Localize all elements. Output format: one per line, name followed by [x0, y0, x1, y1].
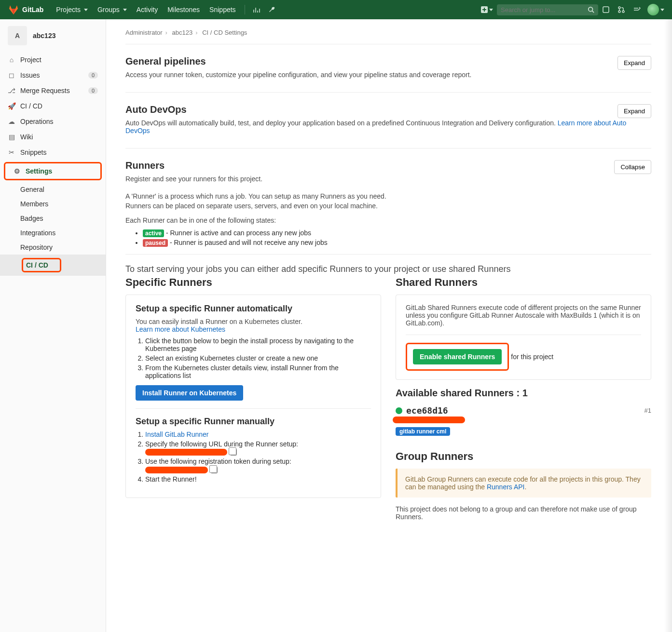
svg-point-1 [589, 7, 593, 12]
shared-heading: Shared Runners [396, 276, 651, 289]
issues-icon: ◻ [8, 71, 15, 79]
sidebar-item-issues[interactable]: ◻Issues0 [0, 67, 106, 83]
section-desc: Register and see your runners for this p… [125, 175, 651, 183]
section-general-pipelines: Expand General pipelines Access your run… [125, 56, 651, 93]
chevron-down-icon [123, 9, 127, 11]
todos-icon[interactable] [629, 6, 645, 13]
sidebar-project-header[interactable]: A abc123 [0, 19, 106, 52]
sidebar-item-project[interactable]: ⌂Project [0, 52, 106, 67]
runner-row: ece68d16 #1 [396, 405, 651, 416]
available-title: Available shared Runners : 1 [396, 388, 651, 399]
manual-title: Setup a specific Runner manually [136, 417, 371, 427]
section-desc: Access your runner token, customize your… [125, 71, 651, 79]
nav-milestones[interactable]: Milestones [163, 6, 205, 13]
section-auto-devops: Expand Auto DevOps Auto DevOps will auto… [125, 104, 651, 148]
gitlab-logo[interactable]: GitLab [8, 4, 43, 15]
auto-title: Setup a specific Runner automatically [136, 304, 371, 314]
active-badge: active [143, 229, 164, 237]
chevron-down-icon [660, 9, 664, 11]
cloud-icon: ☁ [8, 118, 15, 125]
svg-point-4 [618, 11, 620, 13]
auto-steps: Click the button below to begin the inst… [145, 337, 371, 379]
submenu-repository[interactable]: Repository [20, 240, 106, 255]
svg-point-5 [622, 11, 624, 13]
status-dot-icon [396, 407, 402, 414]
runners-api-link[interactable]: Runners API [487, 483, 525, 491]
expand-general-button[interactable]: Expand [617, 56, 651, 70]
enable-shared-button[interactable]: Enable shared Runners [413, 349, 502, 364]
redacted-runner-name [393, 417, 465, 423]
main-content: Administrator› abc123› CI / CD Settings … [106, 19, 671, 632]
runner-hash[interactable]: ece68d16 [406, 405, 448, 416]
sidebar-item-merge-requests[interactable]: ⎇Merge Requests0 [0, 83, 106, 98]
specific-card: Setup a specific Runner automatically Yo… [125, 295, 381, 498]
available-runners: Available shared Runners : 1 ece68d16 #1… [396, 388, 651, 436]
section-runners: Collapse Runners Register and see your r… [125, 160, 651, 534]
project-name: abc123 [33, 32, 55, 40]
stats-icon[interactable] [249, 6, 264, 13]
nav-groups[interactable]: Groups [93, 6, 132, 13]
shared-runners-col: Shared Runners GitLab Shared Runners exe… [396, 276, 651, 523]
issues-icon[interactable] [598, 6, 614, 13]
group-heading: Group Runners [396, 450, 651, 463]
wrench-icon[interactable] [264, 6, 280, 13]
merge-icon: ⎇ [8, 87, 15, 94]
search-box[interactable] [497, 4, 598, 15]
submenu-badges[interactable]: Badges [20, 211, 106, 226]
settings-submenu: General Members Badges Integrations Repo… [0, 182, 106, 276]
enable-shared-highlight: Enable shared Runners [406, 343, 509, 371]
submenu-integrations[interactable]: Integrations [20, 226, 106, 240]
runners-start-text: To start serving your jobs you can eithe… [125, 264, 651, 274]
svg-rect-2 [603, 7, 609, 13]
gear-icon: ⚙ [13, 167, 21, 175]
sidebar-item-wiki[interactable]: ▤Wiki [0, 129, 106, 145]
runner-id: #1 [645, 407, 651, 414]
top-navbar: GitLab Projects Groups Activity Mileston… [0, 0, 672, 19]
chevron-down-icon [489, 9, 493, 11]
copy-url-icon[interactable] [230, 449, 237, 456]
user-avatar[interactable] [647, 4, 659, 15]
group-info-box: GitLab Group Runners can execute code fo… [396, 469, 651, 498]
nav-activity[interactable]: Activity [132, 6, 163, 13]
nav-projects[interactable]: Projects [51, 6, 93, 13]
section-title: Auto DevOps [125, 104, 651, 115]
sidebar-item-snippets[interactable]: ✂Snippets [0, 145, 106, 160]
runner-states-list: active - Runner is active and can proces… [143, 229, 651, 246]
plus-icon[interactable] [477, 6, 497, 13]
redacted-token [145, 467, 208, 473]
manual-steps: Install GitLab Runner Specify the follow… [145, 430, 371, 483]
sidebar-item-settings[interactable]: ⚙Settings [4, 162, 102, 180]
kubernetes-learn-link[interactable]: Learn more about Kubernetes [136, 325, 225, 333]
install-runner-link[interactable]: Install GitLab Runner [145, 430, 209, 438]
runner-p1: A 'Runner' is a process which runs a job… [125, 192, 651, 200]
home-icon: ⌂ [8, 56, 15, 64]
breadcrumb-project[interactable]: abc123 [172, 29, 193, 36]
mrs-count: 0 [88, 87, 98, 94]
section-title: Runners [125, 160, 651, 171]
install-kubernetes-button[interactable]: Install Runner on Kubernetes [136, 385, 243, 401]
nav-snippets[interactable]: Snippets [205, 6, 240, 13]
gitlab-icon [8, 4, 19, 15]
search-icon [588, 6, 594, 13]
runner-p3: Each Runner can be in one of the followi… [125, 216, 651, 224]
breadcrumb: Administrator› abc123› CI / CD Settings [125, 27, 651, 44]
merge-requests-icon[interactable] [614, 6, 629, 13]
expand-autodevops-button[interactable]: Expand [617, 104, 651, 118]
collapse-runners-button[interactable]: Collapse [614, 160, 651, 174]
section-title: General pipelines [125, 56, 651, 67]
breadcrumb-admin[interactable]: Administrator [125, 29, 163, 36]
submenu-members[interactable]: Members [20, 197, 106, 211]
sidebar-item-cicd[interactable]: 🚀CI / CD [0, 98, 106, 114]
search-input[interactable] [501, 6, 588, 13]
specific-runners-col: Specific Runners Setup a specific Runner… [125, 276, 381, 523]
chevron-down-icon [84, 9, 88, 11]
paused-badge: paused [143, 239, 168, 247]
shared-card: GitLab Shared Runners execute code of di… [396, 295, 651, 380]
submenu-cicd[interactable]: CI / CD [0, 255, 106, 276]
copy-token-icon[interactable] [211, 467, 218, 473]
rocket-icon: 🚀 [8, 102, 15, 110]
submenu-general[interactable]: General [20, 182, 106, 197]
no-group-text: This project does not belong to a group … [396, 505, 651, 521]
runner-p2: Runners can be placed on separate users,… [125, 202, 651, 210]
sidebar-item-operations[interactable]: ☁Operations [0, 114, 106, 129]
